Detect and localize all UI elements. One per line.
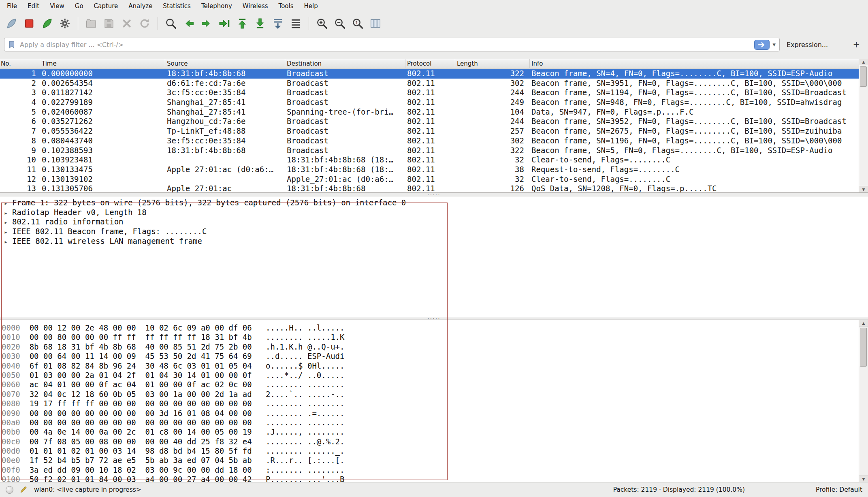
expander-icon[interactable]: ▸ <box>4 218 12 228</box>
display-filter-input[interactable] <box>16 41 754 49</box>
auto-scroll-button[interactable] <box>269 15 286 32</box>
zoom-out-button[interactable] <box>331 15 348 32</box>
hex-row-0050[interactable]: 0050 01 03 00 00 2a 01 04 2f 01 04 30 14… <box>2 371 859 380</box>
menu-edit[interactable]: Edit <box>22 0 45 12</box>
hex-row-00c0[interactable]: 00c0 00 7f 08 05 00 08 00 00 00 00 40 dd… <box>2 437 859 446</box>
hex-row-00e0[interactable]: 00e0 1f 52 b4 b5 b7 72 ae e5 5b ab 3a ed… <box>2 456 859 465</box>
hex-row-0040[interactable]: 0040 6f 01 08 82 84 8b 96 24 30 48 6c 03… <box>2 361 859 371</box>
hex-row-00b0[interactable]: 00b0 00 4a 0e 14 00 0a 00 2c 01 c8 00 14… <box>2 427 859 437</box>
hex-row-00d0[interactable]: 00d0 01 01 01 02 01 00 03 14 98 d8 bd b4… <box>2 446 859 456</box>
scroll-up-icon[interactable]: ▲ <box>859 59 868 65</box>
reload-capture-file-button[interactable] <box>136 15 153 32</box>
filter-history-dropdown-icon[interactable]: ▾ <box>772 42 776 48</box>
packet-list-scroll-thumb[interactable] <box>860 66 867 87</box>
hex-row-0060[interactable]: 0060 ac 04 01 00 00 0f ac 04 01 00 00 0f… <box>2 380 859 389</box>
pane-splitter-bottom[interactable] <box>0 317 868 320</box>
packet-row-1[interactable]: 10.00000000018:31:bf:4b:8b:68Broadcast80… <box>0 69 859 79</box>
packet-row-10[interactable]: 100.10392348118:31:bf:4b:8b:68 (18:…802.… <box>0 155 859 165</box>
packet-row-7[interactable]: 70.055536422Tp-LinkT_ef:48:88Broadcast80… <box>0 126 859 136</box>
menu-file[interactable]: File <box>2 0 22 12</box>
go-to-packet-button[interactable] <box>216 15 233 32</box>
menu-capture[interactable]: Capture <box>89 0 124 12</box>
resize-columns-button[interactable] <box>367 15 384 32</box>
detail-line[interactable]: ▸IEEE 802.11 wireless LAN management fra… <box>0 237 868 246</box>
column-header-source[interactable]: Source <box>165 59 285 68</box>
detail-line[interactable]: ▸IEEE 802.11 Beacon frame, Flags: ......… <box>0 227 868 237</box>
display-filter-field[interactable]: ▾ <box>4 38 780 51</box>
packet-bytes-scroll-thumb[interactable] <box>860 328 867 367</box>
hex-row-0080[interactable]: 0080 19 17 ff ff ff 00 00 00 00 00 00 00… <box>2 399 859 408</box>
menu-telephony[interactable]: Telephony <box>196 0 237 12</box>
packet-row-5[interactable]: 50.024060087Shanghai_27:85:41Spanning-tr… <box>0 107 859 117</box>
column-header-no[interactable]: No. <box>0 59 40 68</box>
menu-wireless[interactable]: Wireless <box>237 0 273 12</box>
menu-analyze[interactable]: Analyze <box>123 0 158 12</box>
scroll-down-icon[interactable]: ▼ <box>859 186 868 192</box>
detail-line[interactable]: ▸Radiotap Header v0, Length 18 <box>0 208 868 218</box>
restart-capture-button[interactable] <box>38 15 55 32</box>
column-header-length[interactable]: Length <box>455 59 530 68</box>
detail-line[interactable]: ▸802.11 radio information <box>0 217 868 227</box>
expert-info-icon[interactable] <box>6 486 13 494</box>
open-capture-file-button[interactable] <box>83 15 100 32</box>
detail-line[interactable]: ▸Frame 1: 322 bytes on wire (2576 bits),… <box>0 198 868 208</box>
go-to-last-packet-button[interactable] <box>252 15 269 32</box>
zoom-in-button[interactable] <box>314 15 331 32</box>
column-header-info[interactable]: Info <box>530 59 859 68</box>
hex-row-0090[interactable]: 0090 00 00 00 00 00 00 00 00 00 3d 16 01… <box>2 409 859 418</box>
go-back-button[interactable] <box>180 15 197 32</box>
filter-bookmark-icon[interactable] <box>7 40 16 49</box>
packet-row-11[interactable]: 110.130133475Apple_27:01:ac (d0:a6:…18:3… <box>0 165 859 175</box>
pane-splitter-top[interactable] <box>0 192 868 197</box>
profile-button[interactable]: Profile: Default <box>816 486 862 493</box>
hex-row-0100[interactable]: 0100 50 f2 02 01 01 84 00 03 a4 00 00 27… <box>2 475 859 482</box>
menu-tools[interactable]: Tools <box>273 0 299 12</box>
packet-row-3[interactable]: 30.0118271423c:f5:cc:0e:35:84Broadcast80… <box>0 88 859 98</box>
expander-icon[interactable]: ▸ <box>4 237 12 247</box>
hex-offset: 00b0 <box>2 427 20 436</box>
packet-row-6[interactable]: 60.035271262Hangzhou_cd:7a:6eBroadcast80… <box>0 117 859 126</box>
packet-row-4[interactable]: 40.022799189Shanghai_27:85:41Broadcast80… <box>0 98 859 107</box>
stop-capture-button[interactable] <box>21 15 38 32</box>
expander-icon[interactable]: ▸ <box>4 199 12 209</box>
packet-bytes-scrollbar[interactable]: ▲ ▼ <box>859 320 868 482</box>
cell-protocol: 802.11 <box>405 155 455 165</box>
hex-row-0020[interactable]: 0020 8b 68 18 31 bf 4b 8b 68 40 00 85 51… <box>2 342 859 352</box>
packet-row-12[interactable]: 120.130139102Apple_27:01:ac (d0:a6:…802.… <box>0 175 859 184</box>
hex-row-0030[interactable]: 0030 00 00 64 00 11 14 00 09 45 53 50 2d… <box>2 352 859 361</box>
menu-view[interactable]: View <box>45 0 70 12</box>
hex-row-00a0[interactable]: 00a0 00 00 00 00 00 00 00 00 00 00 00 00… <box>2 418 859 427</box>
menu-go[interactable]: Go <box>70 0 89 12</box>
packet-list-scrollbar[interactable]: ▲ ▼ <box>859 59 868 192</box>
filter-apply-button[interactable] <box>754 40 770 50</box>
menu-statistics[interactable]: Statistics <box>158 0 196 12</box>
hex-row-0000[interactable]: 0000 00 00 12 00 2e 48 00 00 10 02 6c 09… <box>2 323 859 333</box>
scroll-down-icon[interactable]: ▼ <box>859 476 868 482</box>
save-capture-file-button[interactable] <box>100 15 117 32</box>
colorize-packets-button[interactable] <box>287 15 304 32</box>
column-header-destination[interactable]: Destination <box>285 59 405 68</box>
capture-comment-icon[interactable] <box>19 486 28 494</box>
capture-options-button[interactable] <box>56 15 73 32</box>
start-capture-button[interactable] <box>3 15 20 32</box>
hex-row-0070[interactable]: 0070 32 04 0c 12 18 60 0b 05 03 00 1a 00… <box>2 390 859 399</box>
go-to-first-packet-button[interactable] <box>234 15 251 32</box>
find-packet-button[interactable] <box>162 15 179 32</box>
hex-row-00f0[interactable]: 00f0 3a ed dd 09 00 10 18 02 03 00 9c 00… <box>2 465 859 475</box>
packet-row-13[interactable]: 130.131305706Apple_27:01:ac18:31:bf:4b:8… <box>0 184 859 192</box>
packet-row-9[interactable]: 90.10238859318:31:bf:4b:8b:68Broadcast80… <box>0 146 859 156</box>
go-forward-button[interactable] <box>198 15 215 32</box>
column-header-time[interactable]: Time <box>40 59 165 68</box>
expander-icon[interactable]: ▸ <box>4 209 12 218</box>
expression-button[interactable]: Expression... <box>787 41 828 49</box>
packet-row-8[interactable]: 80.0804437403e:f5:cc:0e:35:84Broadcast80… <box>0 136 859 146</box>
packet-row-2[interactable]: 20.002654354d6:61:fe:cd:7a:6eBroadcast80… <box>0 79 859 88</box>
zoom-reset-button[interactable]: 1 <box>349 15 366 32</box>
expander-icon[interactable]: ▸ <box>4 228 12 237</box>
column-header-protocol[interactable]: Protocol <box>405 59 455 68</box>
menu-help[interactable]: Help <box>299 0 323 12</box>
scroll-up-icon[interactable]: ▲ <box>859 320 868 326</box>
close-capture-file-button[interactable] <box>118 15 135 32</box>
add-filter-button[interactable]: + <box>853 41 860 49</box>
hex-row-0010[interactable]: 0010 00 00 80 00 00 00 ff ff ff ff ff ff… <box>2 333 859 342</box>
